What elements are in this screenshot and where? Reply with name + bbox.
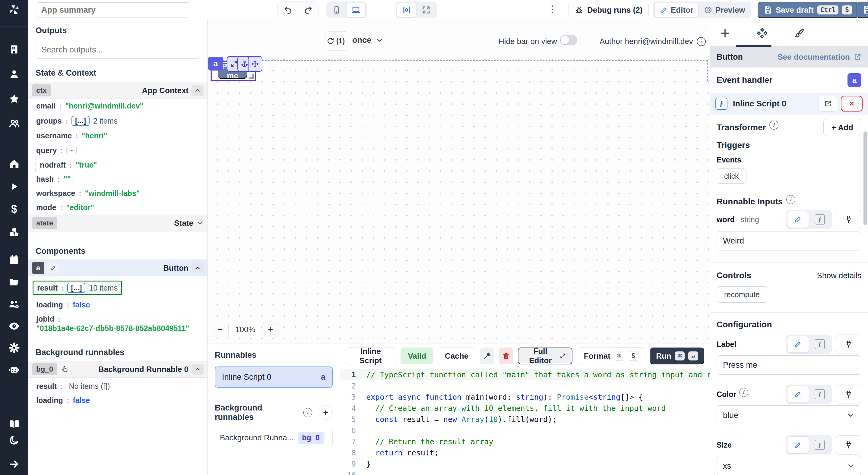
deploy-button[interactable]: Deploy [857, 2, 868, 18]
sidebar-item-settings-icon[interactable] [0, 341, 28, 355]
chevron-up-icon[interactable] [191, 85, 204, 96]
code-line[interactable]: 2 [340, 380, 710, 392]
code-editor[interactable]: 1// TypeScript function called "main" th… [340, 369, 710, 475]
remove-script-button[interactable]: × [841, 96, 863, 111]
windmill-logo-icon[interactable] [0, 2, 28, 17]
word-value-input[interactable] [717, 231, 861, 250]
label-value-input[interactable] [717, 355, 861, 375]
code-line[interactable]: 3export async function main(word: string… [340, 392, 710, 403]
debug-runs-button[interactable]: Debug runs (2) [568, 2, 649, 18]
inspector-scrollbar[interactable] [864, 131, 867, 225]
sidebar-item-groups-admin-icon[interactable] [0, 297, 28, 312]
component-settings-tab-icon[interactable] [756, 27, 768, 39]
sidebar-item-docs-icon[interactable] [0, 416, 28, 431]
ai-wand-button[interactable] [480, 347, 494, 364]
undo-button[interactable] [278, 2, 298, 18]
connect-input-button[interactable] [836, 435, 861, 454]
state-section-header[interactable]: state State [28, 214, 207, 232]
info-icon[interactable]: i [786, 195, 795, 204]
bg0-section-header[interactable]: bg_0 Background Runnable 0 [28, 361, 207, 378]
color-select[interactable]: blue [717, 405, 861, 425]
editor-tab[interactable]: Editor [654, 3, 699, 17]
eval-mode-button[interactable]: ƒ [809, 211, 831, 228]
zoom-out-button[interactable]: − [212, 322, 228, 337]
connect-input-button[interactable] [836, 335, 861, 354]
connect-input-button[interactable] [836, 210, 861, 229]
refresh-app-button[interactable]: (1) [325, 31, 346, 50]
code-line[interactable]: 10 [340, 470, 710, 475]
mobile-view-button[interactable] [328, 3, 346, 17]
sidebar-item-home-icon[interactable] [0, 157, 28, 171]
component-id-badge[interactable]: a [208, 57, 223, 71]
app-summary-input[interactable] [36, 2, 191, 18]
sidebar-item-user-icon[interactable] [0, 67, 28, 81]
static-value-mode-button[interactable] [787, 336, 809, 353]
schedule-dropdown[interactable]: once [352, 36, 383, 45]
sidebar-item-groups-icon[interactable] [0, 116, 28, 131]
add-transformer-button[interactable]: + Add [824, 119, 861, 136]
sidebar-item-variables-icon[interactable]: $ [0, 202, 28, 216]
search-outputs-input[interactable] [36, 41, 200, 59]
full-editor-button[interactable]: Full Editor [518, 347, 572, 364]
size-select[interactable]: xs [717, 456, 861, 475]
desktop-view-button[interactable] [346, 3, 366, 17]
eval-mode-button[interactable]: ƒ [809, 386, 831, 403]
info-icon[interactable]: i [739, 388, 748, 397]
code-line[interactable]: 5 const result = new Array(10).fill(word… [340, 414, 710, 425]
static-value-mode-button[interactable] [787, 386, 809, 403]
info-icon[interactable]: i [769, 121, 778, 130]
zoom-in-button[interactable]: + [262, 322, 279, 337]
chevron-up-icon[interactable] [191, 364, 204, 375]
code-line[interactable]: 7 // Return the result array [340, 436, 710, 447]
expand-array-badge[interactable]: [...] [71, 116, 90, 126]
run-button[interactable]: Run ⌘ ↵ [650, 347, 704, 364]
static-value-mode-button[interactable] [787, 211, 809, 228]
more-menu-button[interactable]: ⋮ [548, 4, 557, 14]
app-canvas[interactable]: (1) once Hide bar on view Author henri@w… [208, 20, 710, 344]
delete-script-button[interactable] [499, 347, 513, 364]
inline-script-tab[interactable]: Inline Script [345, 347, 396, 364]
component-a-section-header[interactable]: a Button [28, 260, 207, 276]
chevron-down-icon[interactable] [196, 219, 204, 227]
chevron-up-icon[interactable] [191, 263, 204, 273]
open-script-button[interactable] [818, 96, 837, 111]
expand-object-badge[interactable]: - [66, 145, 76, 155]
static-value-mode-button[interactable] [787, 436, 809, 453]
code-line[interactable]: 6 [340, 425, 710, 436]
code-line[interactable]: 1// TypeScript function called "main" th… [340, 369, 710, 380]
sidebar-item-dark-mode-icon[interactable] [0, 433, 28, 447]
sidebar-item-workspace-icon[interactable] [0, 42, 28, 57]
expand-array-badge[interactable]: [...] [67, 283, 85, 293]
sidebar-item-folders-icon[interactable] [0, 275, 28, 289]
redo-button[interactable] [298, 2, 318, 18]
code-line[interactable]: 8 return result; [340, 447, 710, 459]
see-documentation-link[interactable]: See documentation [777, 53, 861, 62]
inline-script-row[interactable]: ƒ Inline Script 0 × [710, 93, 868, 114]
preview-tab[interactable]: Preview [699, 3, 750, 17]
info-icon[interactable]: i [697, 37, 706, 46]
center-canvas-button[interactable] [397, 3, 416, 17]
full-width-button[interactable] [417, 3, 435, 17]
runnable-item-bg0[interactable]: Background Runna... bg_0 [215, 428, 333, 447]
add-background-runnable-button[interactable]: + [319, 405, 333, 420]
cache-button[interactable]: Cache [438, 347, 475, 364]
code-line[interactable]: 4 // Create an array with 10 elements, f… [340, 403, 710, 414]
show-details-link[interactable]: Show details [817, 271, 861, 280]
sidebar-item-resources-icon[interactable] [0, 225, 28, 239]
hide-bar-toggle[interactable] [560, 35, 577, 45]
sidebar-item-audit-icon[interactable] [0, 319, 28, 333]
sidebar-item-favorites-icon[interactable] [0, 92, 28, 106]
format-button[interactable]: Format ⌘ S [577, 347, 645, 364]
sidebar-item-ai-icon[interactable] [0, 362, 28, 377]
theme-brush-tab-icon[interactable] [794, 27, 805, 39]
resize-handle[interactable] [249, 74, 254, 79]
edit-id-pencil-icon[interactable] [48, 263, 59, 273]
sidebar-item-schedules-icon[interactable] [0, 252, 28, 267]
result-highlight-box[interactable]: result: [...] 10 items [33, 281, 122, 295]
runnable-item-inline-script-0[interactable]: Inline Script 0 a [215, 367, 333, 387]
move-component-handle[interactable] [248, 56, 262, 72]
sidebar-item-runs-icon[interactable] [0, 179, 28, 194]
insert-component-tab-icon[interactable] [720, 28, 731, 39]
connect-input-button[interactable] [836, 384, 861, 404]
ctx-section-header[interactable]: ctx App Context [28, 82, 207, 99]
